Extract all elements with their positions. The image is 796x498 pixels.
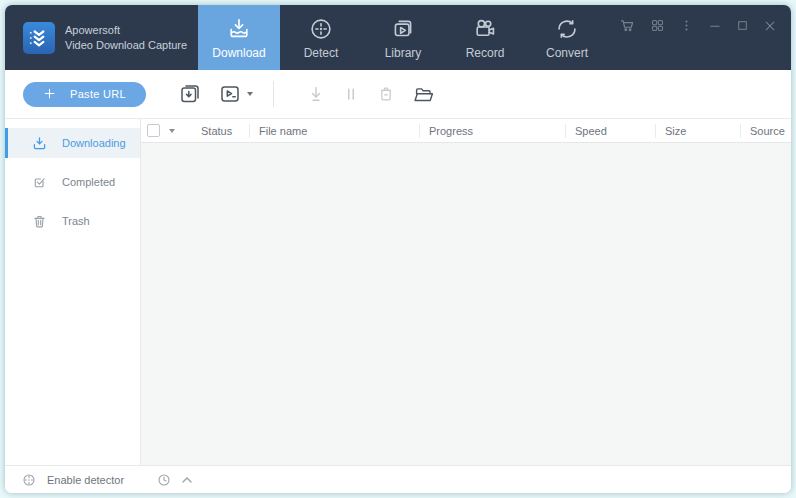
- tab-library-label: Library: [385, 46, 422, 60]
- app-title-line1: Apowersoft: [65, 23, 187, 38]
- tab-record-label: Record: [466, 46, 505, 60]
- column-header-progress[interactable]: Progress: [419, 124, 565, 138]
- toolbar-divider: [273, 81, 274, 107]
- sidebar-item-label: Completed: [62, 176, 115, 188]
- download-icon: [226, 16, 252, 42]
- detect-icon: [308, 16, 334, 42]
- window-controls: [619, 17, 777, 34]
- plus-icon: [43, 87, 56, 102]
- status-bar: Enable detector: [5, 465, 791, 493]
- table-header-select: [141, 124, 201, 138]
- schedule-clock-icon[interactable]: [156, 472, 172, 488]
- tab-detect[interactable]: Detect: [280, 5, 362, 70]
- app-window: Apowersoft Video Download Capture Downlo…: [5, 5, 791, 493]
- column-header-speed[interactable]: Speed: [565, 124, 655, 138]
- pause-icon[interactable]: [342, 85, 360, 103]
- app-title-line2: Video Download Capture: [65, 38, 187, 53]
- close-icon[interactable]: [763, 19, 777, 33]
- batch-download-icon[interactable]: [178, 82, 202, 106]
- enable-detector-label: Enable detector: [47, 474, 124, 486]
- completed-check-icon: [31, 174, 48, 191]
- download-list-empty: [141, 143, 791, 465]
- tab-convert[interactable]: Convert: [526, 5, 608, 70]
- chevron-down-icon: [247, 92, 253, 96]
- paste-url-button[interactable]: Paste URL: [23, 82, 146, 107]
- record-icon: [472, 16, 498, 42]
- title-bar: Apowersoft Video Download Capture Downlo…: [5, 5, 791, 70]
- sidebar-item-completed[interactable]: Completed: [5, 167, 140, 197]
- sidebar-item-trash[interactable]: Trash: [5, 206, 140, 236]
- convert-icon: [554, 16, 580, 42]
- delete-icon[interactable]: [376, 84, 396, 104]
- app-brand: Apowersoft Video Download Capture: [23, 22, 187, 54]
- tab-download[interactable]: Download: [198, 5, 280, 70]
- download-list-panel: Status File name Progress Speed Size Sou…: [141, 119, 791, 465]
- column-header-size[interactable]: Size: [655, 124, 740, 138]
- column-header-status[interactable]: Status: [201, 124, 249, 138]
- tab-library[interactable]: Library: [362, 5, 444, 70]
- trash-icon: [31, 213, 48, 230]
- tab-download-label: Download: [212, 46, 265, 60]
- content-area: Downloading Completed: [5, 119, 791, 465]
- select-all-checkbox[interactable]: [147, 124, 160, 137]
- sidebar-item-downloading[interactable]: Downloading: [5, 128, 140, 158]
- maximize-icon[interactable]: [736, 19, 749, 32]
- sidebar: Downloading Completed: [5, 119, 141, 465]
- main-nav: Download Detect: [198, 5, 608, 70]
- apps-grid-icon[interactable]: [650, 18, 665, 33]
- minimize-icon[interactable]: [708, 19, 722, 33]
- library-icon: [390, 16, 416, 42]
- start-download-icon[interactable]: [306, 84, 326, 104]
- column-header-source[interactable]: Source: [740, 124, 791, 138]
- column-header-filename[interactable]: File name: [249, 124, 419, 138]
- sidebar-item-label: Downloading: [62, 137, 126, 149]
- toolbar: Paste URL: [5, 70, 791, 119]
- app-title: Apowersoft Video Download Capture: [65, 23, 187, 53]
- tab-detect-label: Detect: [304, 46, 339, 60]
- sidebar-item-label: Trash: [62, 215, 90, 227]
- apowersoft-logo-icon: [23, 22, 55, 54]
- paste-url-label: Paste URL: [70, 88, 126, 100]
- open-folder-icon[interactable]: [412, 83, 435, 106]
- downloading-icon: [31, 135, 48, 152]
- tab-record[interactable]: Record: [444, 5, 526, 70]
- tab-convert-label: Convert: [546, 46, 588, 60]
- expand-caret-icon[interactable]: [182, 477, 192, 483]
- cart-icon[interactable]: [619, 17, 636, 34]
- more-menu-icon[interactable]: [679, 18, 694, 33]
- select-caret-icon[interactable]: [169, 129, 175, 133]
- table-header: Status File name Progress Speed Size Sou…: [141, 119, 791, 143]
- video-format-icon[interactable]: [218, 82, 253, 106]
- detector-target-icon[interactable]: [21, 472, 37, 488]
